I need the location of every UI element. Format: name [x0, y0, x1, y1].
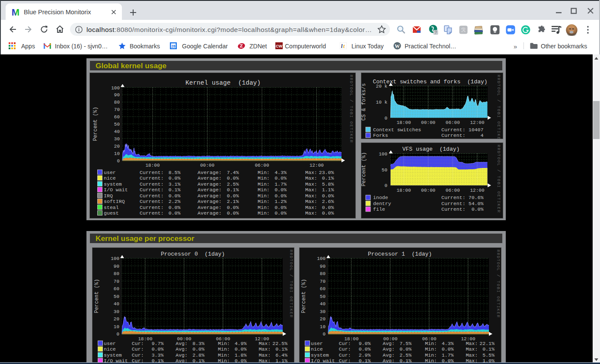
svg-text:40: 40 — [114, 129, 120, 134]
svg-text:VFS usage (1day): VFS usage (1day) — [402, 146, 460, 152]
svg-text:Max:: Max: — [466, 352, 478, 358]
svg-text:0.1%: 0.1% — [482, 346, 495, 352]
svg-text:Min:: Min: — [425, 341, 437, 346]
svg-text:0.0%: 0.0% — [322, 205, 334, 210]
svg-text:70: 70 — [114, 279, 119, 284]
svg-text:80: 80 — [114, 100, 120, 105]
svg-text:10: 10 — [114, 151, 120, 156]
svg-text:5.8%: 5.8% — [322, 181, 334, 187]
svg-text:Average:: Average: — [198, 175, 222, 181]
svg-text:Max:: Max: — [466, 341, 478, 346]
svg-text:Percent (%): Percent (%) — [94, 279, 100, 313]
svg-text:Current:: Current: — [140, 199, 164, 204]
svg-text:8.3%: 8.3% — [192, 341, 204, 346]
svg-text:0.0%: 0.0% — [227, 193, 239, 199]
svg-text:18:00: 18:00 — [396, 188, 411, 193]
svg-text:Forks: Forks — [373, 133, 388, 138]
svg-text:1.7%: 1.7% — [274, 181, 287, 187]
svg-text:steal: steal — [104, 205, 119, 210]
svg-text:7.4%: 7.4% — [227, 170, 239, 175]
svg-text:30: 30 — [114, 309, 119, 314]
svg-text:0.0%: 0.0% — [169, 205, 181, 210]
svg-text:4: 4 — [481, 133, 484, 138]
svg-text:0.0%: 0.0% — [274, 205, 287, 210]
svg-text:Current:: Current: — [140, 187, 164, 193]
svg-text:0.0%: 0.0% — [192, 346, 204, 352]
svg-text:I/O wait: I/O wait — [104, 187, 128, 193]
svg-text:20: 20 — [320, 317, 326, 322]
svg-text:Percent (%): Percent (%) — [301, 279, 307, 313]
svg-text:Processor 1 (1day): Processor 1 (1day) — [368, 251, 432, 257]
svg-text:guest: guest — [104, 210, 119, 216]
svg-text:50: 50 — [382, 168, 387, 173]
svg-text:Min:: Min: — [425, 352, 437, 358]
svg-text:Max:: Max: — [305, 199, 317, 204]
svg-text:2.1%: 2.1% — [227, 199, 239, 204]
svg-text:6.4%: 6.4% — [275, 352, 287, 358]
svg-text:0.0%: 0.0% — [227, 205, 239, 210]
svg-text:Current:: Current: — [140, 175, 164, 181]
svg-text:RRDTOOL / TOBI OETIKER: RRDTOOL / TOBI OETIKER — [289, 250, 294, 318]
svg-text:Cur:: Cur: — [339, 346, 351, 352]
svg-text:40: 40 — [114, 301, 119, 307]
svg-text:Avg:: Avg: — [383, 341, 395, 346]
svg-text:Max:: Max: — [305, 187, 317, 193]
svg-text:Min:: Min: — [218, 352, 230, 358]
svg-text:inode: inode — [373, 195, 388, 200]
svg-text:Min:: Min: — [258, 205, 270, 210]
svg-text:0.0%: 0.0% — [169, 193, 181, 199]
svg-text:Average:: Average: — [198, 210, 222, 216]
svg-text:60: 60 — [320, 286, 326, 291]
svg-text:Current:: Current: — [441, 133, 466, 138]
svg-text:2.5%: 2.5% — [227, 181, 239, 187]
svg-text:Min:: Min: — [258, 210, 270, 216]
svg-text:00:00: 00:00 — [421, 120, 435, 125]
svg-text:0.0%: 0.0% — [227, 175, 239, 181]
svg-text:20: 20 — [114, 144, 120, 149]
svg-text:70.6%: 70.6% — [469, 195, 484, 200]
svg-text:0.0%: 0.0% — [472, 206, 484, 212]
svg-text:12:00: 12:00 — [310, 163, 324, 168]
svg-text:0.0%: 0.0% — [399, 346, 412, 352]
svg-text:60: 60 — [114, 114, 120, 120]
svg-text:W: W — [395, 43, 400, 49]
svg-text:system: system — [311, 352, 329, 358]
svg-text:5.5%: 5.5% — [482, 352, 495, 358]
svg-text:0.1%: 0.1% — [275, 346, 287, 352]
svg-text:Average:: Average: — [198, 170, 222, 175]
svg-text:RRDTOOL / TOBI OETIKER: RRDTOOL / TOBI OETIKER — [496, 145, 501, 213]
svg-text:Processor 0 (1day): Processor 0 (1day) — [161, 251, 225, 257]
svg-text:4.3%: 4.3% — [442, 341, 454, 346]
svg-text:Min:: Min: — [258, 175, 270, 181]
svg-text:Current:: Current: — [441, 127, 466, 133]
svg-text:10 k: 10 k — [376, 100, 388, 105]
svg-text:0: 0 — [322, 332, 326, 337]
svg-text:Min:: Min: — [258, 170, 270, 175]
svg-text:50: 50 — [114, 122, 120, 127]
svg-text:Percent (%): Percent (%) — [93, 107, 99, 141]
svg-text:28: 28 — [171, 44, 176, 48]
svg-text:Max:: Max: — [259, 352, 271, 358]
svg-text:Average:: Average: — [198, 199, 222, 204]
svg-text:06:00: 06:00 — [446, 188, 460, 193]
svg-text:Min:: Min: — [218, 346, 230, 352]
svg-text:10407: 10407 — [469, 127, 484, 133]
svg-text:file: file — [373, 206, 385, 212]
svg-text:2.9%: 2.9% — [359, 352, 371, 358]
svg-text:0: 0 — [116, 332, 119, 337]
svg-text:Min:: Min: — [258, 193, 270, 199]
svg-text:Avg:: Avg: — [176, 346, 188, 352]
svg-text:00:00: 00:00 — [421, 188, 435, 193]
svg-text:70: 70 — [114, 107, 120, 112]
svg-text:0.0%: 0.0% — [322, 210, 334, 216]
svg-text:CW: CW — [276, 44, 282, 48]
svg-text:Current:: Current: — [140, 181, 164, 187]
svg-text:Max:: Max: — [305, 175, 317, 181]
svg-text:4.3%: 4.3% — [274, 170, 287, 175]
svg-text:Average:: Average: — [198, 181, 222, 187]
svg-text:Current:: Current: — [140, 205, 164, 210]
svg-text:system: system — [104, 181, 122, 187]
svg-text:90: 90 — [114, 92, 120, 98]
svg-text:nice: nice — [104, 346, 116, 352]
svg-text:Context switches: Context switches — [373, 127, 421, 133]
